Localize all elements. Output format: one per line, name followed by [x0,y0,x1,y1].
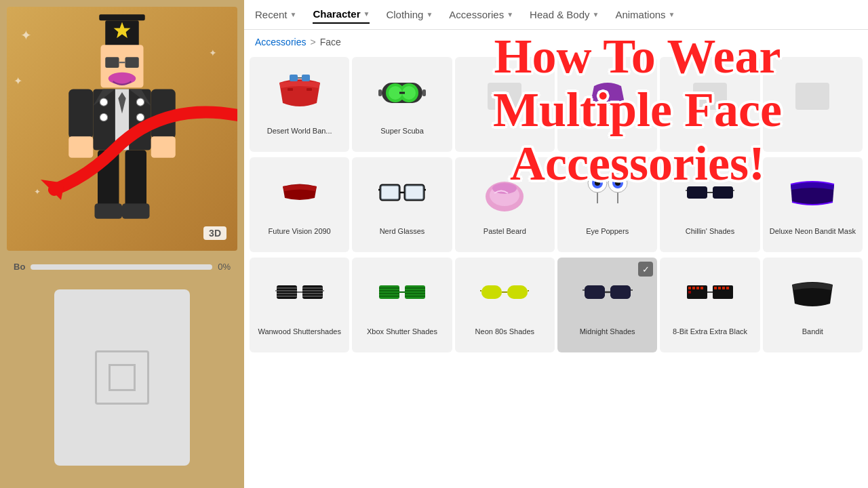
item-desert-world-img [252,62,347,123]
item-desert-world-name: Desert World Ban... [267,126,332,136]
item-wanwood-name: Wanwood Shuttershades [258,327,341,336]
svg-rect-109 [696,287,699,289]
svg-rect-100 [585,285,605,299]
svg-rect-20 [151,136,176,158]
item-future-vision[interactable]: Future Vision 2090 [250,157,349,252]
xbox-shutter-icon [375,273,429,314]
svg-rect-108 [692,287,695,289]
item-placeholder-2[interactable] [557,57,657,152]
nav-clothing-chevron: ▼ [426,11,433,18]
item-bandit-name: Bandit [802,327,823,336]
item-super-scuba[interactable]: Super Scuba [352,57,452,152]
item-deluxe-neon-bandit[interactable]: Deluxe Neon Bandit Mask [763,157,863,252]
item-chillin-shades-name: Chillin' Shades [686,226,734,236]
svg-rect-67 [277,285,297,299]
svg-rect-37 [378,89,382,96]
super-scuba-icon [375,69,429,117]
8bit-extra-black-icon [683,273,737,314]
item-8bit-extra-black-img [663,263,757,324]
svg-rect-0 [99,14,145,20]
deluxe-neon-bandit-icon [785,169,840,217]
svg-rect-81 [405,285,425,299]
nav-animations[interactable]: Animations ▼ [615,6,675,23]
item-wanwood[interactable]: Wanwood Shuttershades [250,258,349,352]
nav-head-body[interactable]: Head & Body ▼ [530,6,599,23]
item-8bit-extra-black[interactable]: 8-Bit Extra Extra Black [660,258,760,352]
nav-accessories[interactable]: Accessories ▼ [449,6,513,23]
item-deluxe-neon-bandit-img [766,163,860,224]
item-placeholder-1[interactable] [455,57,555,152]
breadcrumb-separator: > [310,37,315,47]
item-xbox-shutter-img [355,263,449,324]
item-chillin-shades-img [663,163,757,224]
item-chillin-shades[interactable]: Chillin' Shades [660,157,760,252]
svg-rect-30 [307,88,312,91]
item-future-vision-img [252,163,347,224]
svg-rect-21 [98,150,119,207]
screenshot-container: ✦ ✦ ✦ ✦ [0,0,868,488]
nav-head-body-chevron: ▼ [593,11,599,18]
svg-rect-47 [380,185,399,200]
item-eye-poppers[interactable]: Eye Poppers [557,157,657,252]
svg-rect-65 [687,186,707,199]
items-grid-row3: Wanwood Shuttershades [244,255,868,355]
svg-rect-97 [507,285,528,299]
svg-point-59 [615,180,620,186]
svg-point-16 [136,114,144,121]
star-decoration2: ✦ [209,47,217,58]
bandit-icon [785,270,840,317]
nav-accessories-chevron: ▼ [507,11,513,18]
item-nerd-glasses-name: Nerd Glasses [380,226,425,236]
midnight-shades-icon [580,273,635,314]
3d-badge: 3D [203,226,226,240]
item-pastel-beard[interactable]: Pastel Beard [455,157,555,252]
svg-rect-17 [68,89,93,139]
svg-point-7 [108,73,136,85]
checkmark-badge: ✓ [638,262,653,277]
svg-rect-29 [288,88,293,91]
item-placeholder-4[interactable] [763,57,863,152]
item-8bit-extra-black-name: 8-Bit Extra Extra Black [673,327,747,336]
item-nerd-glasses-img [355,163,449,224]
item-icon-3 [477,69,532,117]
nav-recent-chevron: ▼ [290,11,297,18]
svg-rect-111 [688,291,691,293]
item-icon-5 [683,69,737,117]
svg-rect-19 [68,136,93,158]
item-eye-poppers-img [560,163,654,224]
svg-rect-26 [290,75,298,81]
item-xbox-shutter[interactable]: Xbox Shutter Shades [352,258,452,352]
item-placeholder-3[interactable] [660,57,760,152]
svg-rect-27 [302,75,310,81]
avatar-placeholder [54,289,190,466]
item-neon-80s-img [458,263,552,324]
nav-clothing[interactable]: Clothing ▼ [386,6,433,23]
nav-character[interactable]: Character ▼ [313,5,370,24]
svg-rect-107 [688,287,691,289]
breadcrumb-accessories[interactable]: Accessories [255,37,306,47]
item-neon-80s-name: Neon 80s Shades [475,327,534,336]
nav-bar: Recent ▼ Character ▼ Clothing ▼ Accessor… [244,0,868,30]
item-desert-world[interactable]: Desert World Ban... [250,57,349,152]
nav-animations-chevron: ▼ [669,11,675,18]
item-bandit[interactable]: Bandit [763,258,863,352]
item-midnight-shades[interactable]: ✓ Midnight Shades [557,258,657,352]
item-wanwood-img [252,263,347,324]
item-nerd-glasses[interactable]: Nerd Glasses [352,157,452,252]
svg-point-14 [100,114,107,121]
desert-world-icon [273,69,327,117]
svg-rect-23 [95,203,123,219]
svg-point-15 [136,98,144,106]
item-pastel-beard-img [458,163,552,224]
nav-recent[interactable]: Recent ▼ [255,6,296,23]
item-eye-poppers-name: Eye Poppers [586,226,629,236]
item-placeholder-2-img [560,62,654,123]
item-neon-80s[interactable]: Neon 80s Shades [455,258,555,352]
svg-rect-39 [488,83,521,110]
svg-rect-41 [795,83,829,110]
eye-poppers-icon [580,169,635,217]
item-pastel-beard-name: Pastel Beard [484,226,526,236]
svg-point-58 [595,180,600,186]
nav-character-chevron: ▼ [363,10,370,18]
item-bandit-img [766,263,860,324]
